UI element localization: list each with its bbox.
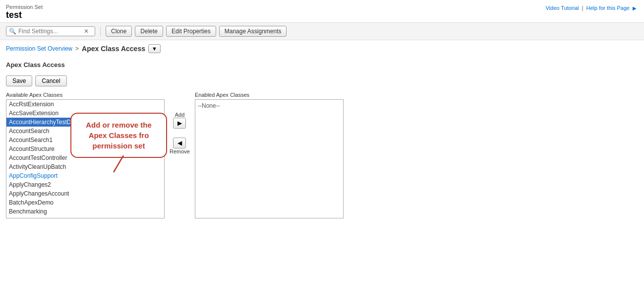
- help-arrow: ▶: [633, 5, 637, 11]
- controls-panel: Add ▶ ◀ Remove: [165, 112, 195, 154]
- list-item[interactable]: ActivityCleanUpBatch: [6, 162, 164, 171]
- list-item[interactable]: AccRstExtension: [6, 100, 164, 109]
- add-button[interactable]: ▶: [173, 118, 186, 129]
- manage-assignments-button[interactable]: Manage Assignments: [219, 26, 287, 37]
- remove-label: Remove: [170, 148, 190, 154]
- list-item[interactable]: ApplyChangesAccount: [6, 189, 164, 198]
- search-wrapper: 🔍 ✕: [6, 26, 95, 36]
- enabled-list[interactable]: --None--: [195, 99, 344, 218]
- panels-container: Available Apex Classes AccRstExtensionAc…: [6, 92, 344, 218]
- breadcrumb-current: Apex Class Access: [82, 45, 145, 53]
- available-label: Available Apex Classes: [6, 92, 165, 98]
- help-link[interactable]: Help for this Page: [586, 5, 630, 11]
- toolbar-divider: [100, 26, 101, 36]
- svg-line-0: [114, 155, 123, 172]
- breadcrumb-overview-link[interactable]: Permission Set Overview: [6, 45, 72, 52]
- section-label: Permission Set: [6, 4, 638, 10]
- callout-tail-icon: [109, 155, 138, 173]
- list-item[interactable]: BulkLeadUpdate: [6, 216, 164, 218]
- page-header: Permission Set test Video Tutorial | Hel…: [0, 0, 644, 22]
- enabled-panel: Enabled Apex Classes --None--: [195, 92, 344, 218]
- add-controls: Add ▶: [173, 112, 186, 129]
- cancel-button[interactable]: Cancel: [35, 75, 66, 86]
- remove-controls: ◀ Remove: [170, 138, 190, 154]
- delete-button[interactable]: Delete: [135, 26, 163, 37]
- enabled-label: Enabled Apex Classes: [195, 92, 344, 98]
- callout-container: Add or remove the Apex Classes fro permi…: [70, 113, 167, 158]
- page-title: test: [6, 10, 638, 20]
- save-button[interactable]: Save: [6, 75, 32, 86]
- list-item[interactable]: Benchmarking: [6, 207, 164, 216]
- breadcrumb-separator: >: [75, 45, 79, 52]
- list-item[interactable]: AppConfigSupport: [6, 171, 164, 180]
- toolbar: 🔍 ✕ Clone Delete Edit Properties Manage …: [0, 22, 644, 40]
- section-title: Apex Class Access: [6, 61, 65, 69]
- breadcrumb-dropdown-button[interactable]: ▼: [148, 44, 161, 53]
- header-links: Video Tutorial | Help for this Page ▶: [545, 5, 638, 11]
- callout-bubble: Add or remove the Apex Classes fro permi…: [70, 113, 167, 158]
- link-separator: |: [582, 5, 584, 11]
- action-row: Save Cancel: [6, 75, 638, 86]
- list-item[interactable]: BatchApexDemo: [6, 198, 164, 207]
- callout-text: Add or remove the Apex Classes fro permi…: [86, 121, 152, 150]
- breadcrumb: Permission Set Overview > Apex Class Acc…: [0, 40, 644, 57]
- clone-button[interactable]: Clone: [106, 26, 132, 37]
- remove-button[interactable]: ◀: [173, 138, 186, 148]
- add-label: Add: [175, 112, 185, 118]
- none-placeholder: --None--: [195, 100, 343, 112]
- search-input[interactable]: [18, 28, 83, 35]
- edit-properties-button[interactable]: Edit Properties: [166, 26, 216, 37]
- list-item[interactable]: ApplyChanges2: [6, 180, 164, 189]
- clear-search-icon[interactable]: ✕: [84, 28, 89, 35]
- search-icon: 🔍: [9, 28, 16, 35]
- video-tutorial-link[interactable]: Video Tutorial: [545, 5, 579, 11]
- main-content: Apex Class Access Save Cancel Add or rem…: [0, 57, 644, 222]
